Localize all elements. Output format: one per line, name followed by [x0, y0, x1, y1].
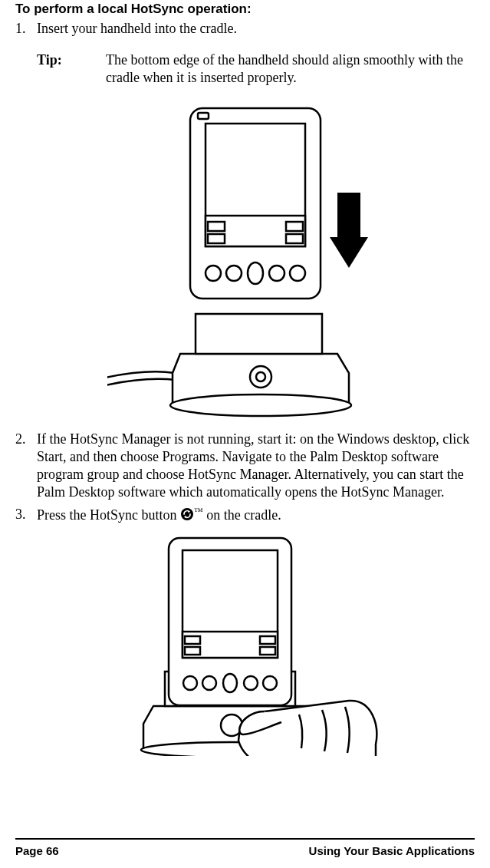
- svg-rect-6: [208, 222, 225, 231]
- step-number: 1.: [15, 20, 37, 38]
- step-2: 2. If the HotSync Manager is not running…: [15, 431, 475, 501]
- svg-point-13: [269, 266, 284, 281]
- step-text: Insert your handheld into the cradle.: [37, 20, 475, 38]
- page: To perform a local HotSync operation: 1.…: [0, 0, 490, 868]
- svg-point-18: [181, 508, 193, 520]
- svg-point-2: [256, 372, 265, 381]
- cradle-insert-illustration: [107, 101, 383, 423]
- figure-handheld-into-cradle: [15, 101, 475, 423]
- svg-rect-29: [260, 647, 275, 655]
- svg-rect-28: [260, 636, 275, 644]
- svg-rect-26: [185, 636, 200, 644]
- figure-press-hotsync: [15, 533, 475, 756]
- page-number: Page 66: [15, 844, 59, 857]
- section-heading: To perform a local HotSync operation:: [15, 0, 475, 17]
- svg-point-32: [223, 674, 237, 692]
- svg-point-0: [170, 394, 351, 416]
- steps-list: 1. Insert your handheld into the cradle.: [15, 20, 475, 38]
- chapter-title: Using Your Basic Applications: [309, 844, 475, 857]
- tip-block: Tip: The bottom edge of the handheld sho…: [37, 51, 475, 87]
- svg-rect-15: [198, 113, 209, 119]
- svg-point-31: [202, 676, 216, 690]
- svg-point-34: [263, 676, 277, 690]
- svg-point-30: [183, 676, 197, 690]
- svg-rect-27: [185, 647, 200, 655]
- step-number: 3.: [15, 506, 37, 524]
- svg-rect-7: [208, 234, 225, 243]
- svg-point-33: [244, 676, 258, 690]
- trademark-symbol: ™: [194, 506, 203, 517]
- tip-label: Tip:: [37, 51, 106, 87]
- svg-rect-8: [286, 222, 303, 231]
- steps-list-cont: 2. If the HotSync Manager is not running…: [15, 431, 475, 524]
- svg-point-11: [226, 266, 242, 281]
- press-hotsync-illustration: [111, 533, 380, 756]
- step-text-part-a: Press the HotSync button: [37, 507, 180, 523]
- svg-rect-16: [337, 193, 360, 239]
- step-text: Press the HotSync button ™ on the cradle…: [37, 506, 475, 524]
- step-text-part-b: on the cradle.: [203, 507, 281, 523]
- svg-rect-9: [286, 234, 303, 243]
- step-number: 2.: [15, 431, 37, 501]
- page-footer: Page 66 Using Your Basic Applications: [15, 838, 475, 857]
- svg-point-14: [290, 266, 305, 281]
- svg-point-10: [206, 266, 221, 281]
- tip-text: The bottom edge of the handheld should a…: [106, 51, 475, 87]
- step-text: If the HotSync Manager is not running, s…: [37, 431, 475, 501]
- step-3: 3. Press the HotSync button ™ on the cra…: [15, 506, 475, 524]
- step-1: 1. Insert your handheld into the cradle.: [15, 20, 475, 38]
- svg-point-12: [248, 262, 263, 284]
- hotsync-icon: [180, 507, 194, 521]
- svg-marker-17: [330, 237, 368, 268]
